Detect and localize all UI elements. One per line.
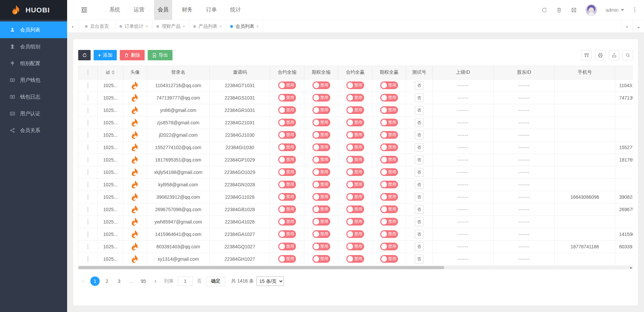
top-nav-item-2[interactable]: 会员: [154, 0, 172, 20]
test-account-badge[interactable]: 否: [415, 168, 424, 177]
add-button[interactable]: + 添加: [94, 50, 117, 60]
toggle-disabled[interactable]: 禁用: [346, 230, 364, 238]
toggle-disabled[interactable]: 禁用: [380, 156, 398, 164]
toggle-disabled[interactable]: 禁用: [278, 168, 296, 176]
sidebar-item-wallet-log[interactable]: 钱包日志: [0, 88, 67, 105]
test-account-badge[interactable]: 否: [415, 106, 424, 115]
refresh-icon[interactable]: [541, 7, 547, 13]
scrollbar-right-arrow-icon[interactable]: ▸: [630, 266, 632, 269]
sidebar-item-user-wallet[interactable]: 用户钱包: [0, 72, 67, 88]
sidebar-item-user-auth[interactable]: 用户认证: [0, 105, 67, 122]
test-account-badge[interactable]: 否: [415, 155, 424, 164]
tabs-scroll-left-icon[interactable]: ‹: [67, 20, 79, 33]
toggle-disabled[interactable]: 禁用: [278, 181, 296, 188]
delete-button[interactable]: 删除: [120, 50, 145, 60]
test-account-badge[interactable]: 否: [415, 230, 424, 239]
toggle-disabled[interactable]: 禁用: [380, 143, 398, 151]
sidebar-item-member-relation[interactable]: 会员关系: [0, 122, 67, 139]
top-nav-item-4[interactable]: 订单: [202, 0, 220, 20]
toggle-disabled[interactable]: 禁用: [278, 218, 296, 226]
more-options-icon[interactable]: [633, 7, 637, 13]
tab-3[interactable]: 产品列表×: [189, 20, 226, 33]
export-data-icon[interactable]: [609, 50, 619, 60]
top-nav-item-0[interactable]: 系统: [106, 0, 124, 20]
row-checkbox[interactable]: [88, 107, 88, 113]
toggle-disabled[interactable]: 禁用: [380, 181, 398, 188]
toggle-disabled[interactable]: 禁用: [312, 243, 330, 250]
tabs-menu-icon[interactable]: ⌄: [633, 20, 644, 33]
row-checkbox[interactable]: [88, 206, 88, 212]
toggle-disabled[interactable]: 禁用: [278, 143, 296, 151]
sidebar-item-member-list[interactable]: 会员列表: [0, 21, 67, 38]
toggle-disabled[interactable]: 禁用: [278, 156, 296, 164]
row-checkbox[interactable]: [88, 169, 88, 175]
test-account-badge[interactable]: 否: [415, 93, 424, 102]
toggle-disabled[interactable]: 禁用: [278, 243, 296, 250]
fullscreen-icon[interactable]: [571, 7, 577, 13]
toggle-disabled[interactable]: 禁用: [380, 243, 398, 250]
toggle-disabled[interactable]: 禁用: [346, 81, 364, 89]
toggle-disabled[interactable]: 禁用: [380, 81, 398, 89]
page-button-3[interactable]: 3: [114, 276, 124, 286]
toggle-disabled[interactable]: 禁用: [312, 255, 330, 263]
goto-page-input[interactable]: [178, 276, 193, 286]
tab-close-icon[interactable]: ×: [183, 24, 185, 29]
row-checkbox[interactable]: [88, 82, 88, 88]
prev-page-icon[interactable]: ‹: [78, 276, 88, 286]
toggle-disabled[interactable]: 禁用: [312, 230, 330, 238]
row-checkbox[interactable]: [88, 120, 88, 126]
export-button[interactable]: 导出: [148, 50, 172, 60]
avatar[interactable]: [586, 4, 597, 16]
toggle-disabled[interactable]: 禁用: [278, 119, 296, 126]
toggle-disabled[interactable]: 禁用: [380, 94, 398, 102]
toggle-disabled[interactable]: 禁用: [346, 119, 364, 126]
refresh-button[interactable]: [78, 50, 91, 60]
test-account-badge[interactable]: 否: [415, 131, 424, 139]
page-button-1[interactable]: 1: [90, 276, 100, 286]
tabs-scroll-right-icon[interactable]: ›: [621, 20, 633, 33]
row-checkbox[interactable]: [88, 231, 88, 237]
toggle-disabled[interactable]: 禁用: [312, 193, 330, 201]
toggle-disabled[interactable]: 禁用: [380, 218, 398, 226]
toggle-disabled[interactable]: 禁用: [346, 94, 364, 102]
toggle-disabled[interactable]: 禁用: [278, 255, 296, 263]
row-checkbox[interactable]: [88, 132, 88, 138]
toggle-disabled[interactable]: 禁用: [346, 181, 364, 188]
row-checkbox[interactable]: [88, 144, 88, 150]
row-checkbox[interactable]: [88, 182, 88, 188]
toggle-disabled[interactable]: 禁用: [346, 205, 364, 213]
page-button-2[interactable]: 2: [102, 276, 112, 286]
toggle-disabled[interactable]: 禁用: [312, 106, 330, 114]
columns-filter-icon[interactable]: [581, 50, 592, 60]
toggle-disabled[interactable]: 禁用: [380, 119, 398, 126]
toggle-disabled[interactable]: 禁用: [346, 143, 364, 151]
toggle-disabled[interactable]: 禁用: [278, 230, 296, 238]
sidebar-item-member-group[interactable]: 会员组别: [0, 38, 67, 55]
toggle-disabled[interactable]: 禁用: [346, 193, 364, 201]
confirm-button[interactable]: 确定: [206, 276, 225, 286]
trash-icon[interactable]: [556, 7, 562, 13]
tab-close-icon[interactable]: ×: [146, 24, 148, 29]
toggle-disabled[interactable]: 禁用: [312, 119, 330, 126]
toggle-disabled[interactable]: 禁用: [312, 81, 330, 89]
toggle-disabled[interactable]: 禁用: [312, 131, 330, 139]
test-account-badge[interactable]: 否: [415, 217, 424, 226]
toggle-disabled[interactable]: 禁用: [278, 205, 296, 213]
tab-4[interactable]: 会员列表×: [226, 20, 263, 33]
toggle-disabled[interactable]: 禁用: [346, 243, 364, 250]
toggle-disabled[interactable]: 禁用: [380, 255, 398, 263]
test-account-badge[interactable]: 否: [415, 143, 424, 152]
tab-close-icon[interactable]: ×: [256, 24, 259, 29]
toggle-disabled[interactable]: 禁用: [312, 205, 330, 213]
toggle-disabled[interactable]: 禁用: [380, 168, 398, 176]
toggle-disabled[interactable]: 禁用: [380, 230, 398, 238]
toggle-disabled[interactable]: 禁用: [278, 131, 296, 139]
toggle-disabled[interactable]: 禁用: [346, 255, 364, 263]
test-account-badge[interactable]: 否: [415, 81, 424, 90]
toggle-disabled[interactable]: 禁用: [380, 205, 398, 213]
toggle-disabled[interactable]: 禁用: [312, 94, 330, 102]
horizontal-scrollbar[interactable]: ▸: [78, 266, 633, 269]
toggle-disabled[interactable]: 禁用: [380, 131, 398, 139]
toggle-disabled[interactable]: 禁用: [312, 181, 330, 188]
toggle-disabled[interactable]: 禁用: [278, 94, 296, 102]
